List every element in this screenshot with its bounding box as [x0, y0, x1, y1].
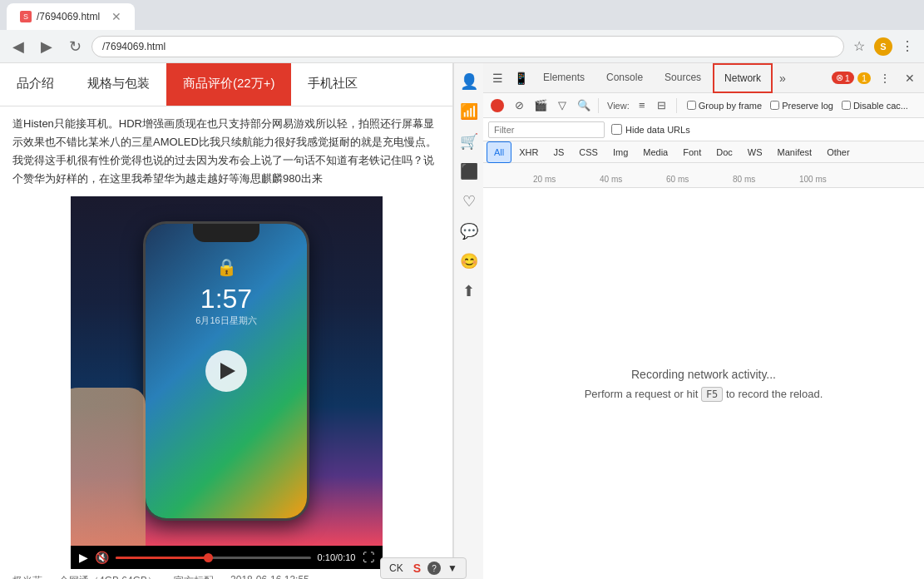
devtools-device-btn[interactable]: 📱 [510, 67, 531, 89]
devtools-header-right: ⊗ 1 1 ⋮ ✕ [832, 67, 921, 89]
warn-badge: 1 [857, 72, 871, 84]
toolbar-divider2 [676, 98, 677, 113]
ime-bar: CK S ? ▼ [380, 557, 467, 579]
phone-notch [193, 224, 259, 242]
sidebar-chat-icon[interactable]: 💬 [457, 220, 481, 243]
search-icon-btn[interactable]: 🔍 [575, 96, 593, 115]
type-filter: All XHR JS CSS Img Media Font Doc [483, 141, 924, 163]
account-icon[interactable]: S [874, 37, 892, 56]
stop-btn[interactable]: ⊘ [510, 96, 528, 115]
recording-text: Recording network activity... [631, 368, 776, 381]
instruction-suffix: to record the reload. [726, 388, 823, 400]
page-tab-community[interactable]: 手机社区 [291, 63, 374, 106]
progress-bar[interactable] [116, 557, 311, 559]
devtools-inspect-btn[interactable]: ☰ [487, 67, 508, 89]
nav-reload-btn[interactable]: ↻ [63, 37, 86, 56]
ime-menu[interactable]: ▼ [444, 561, 461, 576]
network-main: Recording network activity... Perform a … [483, 188, 924, 579]
sidebar-heart-icon[interactable]: ♡ [457, 190, 481, 213]
progress-fill [116, 557, 214, 559]
nav-forward-btn[interactable]: ▶ [35, 37, 58, 56]
sidebar-user-icon[interactable]: 👤 [457, 70, 481, 93]
lock-icon: 🔒 [216, 257, 237, 277]
nav-back-btn[interactable]: ◀ [7, 37, 30, 56]
disable-cache-option: Disable cac... [842, 101, 908, 111]
network-toolbar: ⊘ 🎬 ▽ 🔍 View: ≡ ⊟ Group by frame Preserv… [483, 93, 924, 118]
preserve-log-label: Preserve log [782, 101, 833, 111]
hide-data-urls-option: Hide data URLs [611, 124, 690, 135]
record-btn[interactable] [488, 96, 506, 115]
page-nav-tabs: 品介绍 规格与包装 商品评价(22万+) 手机社区 [0, 63, 452, 106]
type-btn-font[interactable]: Font [675, 141, 709, 163]
ime-cn-en[interactable]: CK [386, 561, 407, 576]
browser-toolbar: ◀ ▶ ↻ ☆ S ⋮ [0, 30, 924, 63]
type-btn-media[interactable]: Media [635, 141, 675, 163]
sidebar-up-icon[interactable]: ⬆ [457, 280, 481, 303]
fullscreen-btn[interactable]: ⛶ [363, 551, 374, 564]
devtools-tab-more[interactable]: » [774, 72, 791, 85]
play-ctrl-btn[interactable]: ▶ [79, 551, 88, 564]
tab-close-btn[interactable]: ✕ [111, 10, 121, 23]
sidebar-screen-icon[interactable]: ⬛ [457, 160, 481, 183]
group-by-frame-checkbox[interactable] [687, 101, 696, 110]
record-circle-icon [491, 99, 504, 112]
devtools-header: ☰ 📱 Elements Console Sources Network » ⊗… [483, 63, 924, 93]
page-tab-reviews[interactable]: 商品评价(22万+) [166, 63, 291, 106]
page-tab-specs[interactable]: 规格与包装 [71, 63, 166, 106]
clear-btn[interactable]: 🎬 [531, 96, 550, 115]
address-bar[interactable] [91, 36, 844, 57]
instruction-prefix: Perform a request or hit [585, 388, 699, 400]
sidebar-cart-icon[interactable]: 🛒 [457, 130, 481, 153]
devtools-tab-console[interactable]: Console [596, 63, 653, 93]
hide-data-urls-checkbox[interactable] [611, 124, 622, 135]
disable-cache-label: Disable cac... [853, 101, 908, 111]
page-body: 道Histen只能接耳机。HDR增强画质现在也只支持部分网易游戏所以轻，拍照还行… [0, 106, 452, 579]
page-content: 品介绍 规格与包装 商品评价(22万+) 手机社区 道Histen只能接耳机。H… [0, 63, 453, 579]
phone-date: 6月16日星期六 [195, 314, 256, 327]
hide-data-urls-label: Hide data URLs [625, 125, 690, 135]
filter-input[interactable] [488, 121, 605, 138]
sidebar-wifi-icon[interactable]: 📶 [457, 100, 481, 123]
sidebar-emoji-icon[interactable]: 😊 [457, 250, 481, 273]
group-by-frame-label: Group by frame [699, 101, 762, 111]
filter-bar: Hide data URLs [483, 118, 924, 141]
type-btn-manifest[interactable]: Manifest [770, 141, 820, 163]
devtools-close-btn[interactable]: ✕ [899, 67, 921, 89]
type-btn-all[interactable]: All [487, 141, 511, 163]
browser-tab[interactable]: S /7694069.html ✕ [7, 3, 135, 30]
devtools-settings-btn[interactable]: ⋮ [874, 67, 896, 89]
type-btn-img[interactable]: Img [605, 141, 635, 163]
page-tab-intro[interactable]: 品介绍 [0, 63, 71, 106]
f5-key: F5 [701, 387, 723, 402]
filter-icon-btn[interactable]: ▽ [553, 96, 571, 115]
error-count: 1 [845, 73, 850, 83]
meta-storage: 全网通（4GB 64GB） [59, 574, 157, 579]
meta-color: 极光蓝 [12, 574, 42, 579]
ime-logo[interactable]: S [410, 560, 424, 577]
type-btn-css[interactable]: CSS [571, 141, 605, 163]
more-menu-icon[interactable]: ⋮ [897, 38, 917, 54]
type-btn-doc[interactable]: Doc [709, 141, 740, 163]
video-frame[interactable]: 🔒 1:57 6月16日星期六 [71, 196, 383, 546]
type-btn-js[interactable]: JS [546, 141, 571, 163]
bookmark-icon[interactable]: ☆ [849, 38, 869, 54]
devtools-tab-elements[interactable]: Elements [533, 63, 595, 93]
type-btn-ws[interactable]: WS [740, 141, 770, 163]
disable-cache-checkbox[interactable] [842, 101, 851, 110]
type-btn-xhr[interactable]: XHR [511, 141, 546, 163]
preserve-log-checkbox[interactable] [770, 101, 779, 110]
main-area: 品介绍 规格与包装 商品评价(22万+) 手机社区 道Histen只能接耳机。H… [0, 63, 924, 579]
play-button[interactable] [205, 350, 247, 392]
mute-btn[interactable]: 🔇 [95, 551, 109, 564]
ime-help[interactable]: ? [427, 562, 441, 575]
devtools-tab-network[interactable]: Network [713, 63, 773, 93]
view-icons: ≡ ⊟ [633, 96, 671, 115]
view-label: View: [607, 101, 630, 111]
progress-dot [204, 553, 213, 562]
time-display: 0:10/0:10 [318, 552, 356, 562]
video-controls: ▶ 🔇 0:10/0:10 ⛶ [71, 546, 383, 569]
devtools-tab-sources[interactable]: Sources [655, 63, 711, 93]
type-btn-other[interactable]: Other [819, 141, 857, 163]
view-list-btn[interactable]: ≡ [633, 96, 651, 115]
view-grid-btn[interactable]: ⊟ [653, 96, 671, 115]
